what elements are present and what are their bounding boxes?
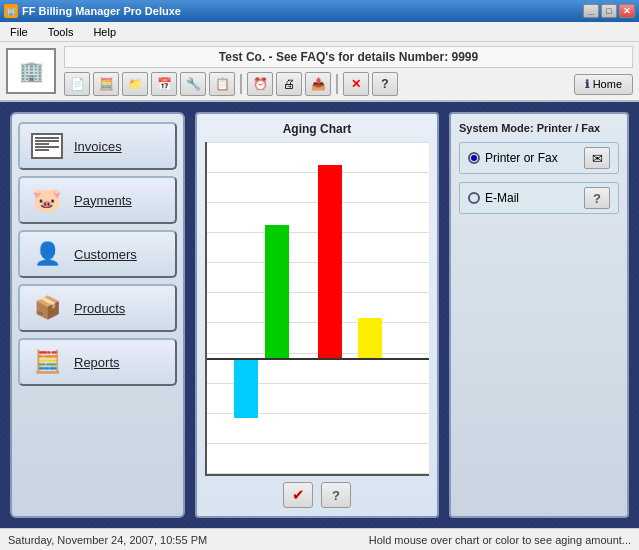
zero-line xyxy=(207,358,429,360)
toolbar-buttons: 📄 🧮 📁 📅 🔧 📋 ⏰ 🖨 📤 ✕ ? ℹ Home xyxy=(64,72,633,96)
email-icon-button[interactable]: ? xyxy=(584,187,610,209)
menu-help[interactable]: Help xyxy=(87,25,122,39)
calendar-button[interactable]: 📅 xyxy=(151,72,177,96)
email-label: E-Mail xyxy=(485,191,519,205)
chart-title: Aging Chart xyxy=(283,122,352,136)
printer-radio-inner: Printer or Fax xyxy=(468,151,558,165)
status-bar: Saturday, November 24, 2007, 10:55 PM Ho… xyxy=(0,528,639,550)
grid-line-11 xyxy=(207,443,429,444)
menu-tools[interactable]: Tools xyxy=(42,25,80,39)
sidebar-item-invoices[interactable]: Invoices xyxy=(18,122,177,170)
printer-icon-button[interactable]: ✉ xyxy=(584,147,610,169)
customers-label: Customers xyxy=(74,247,137,262)
help-button[interactable]: ? xyxy=(372,72,398,96)
title-bar: 🏢 FF Billing Manager Pro Deluxe _ □ ✕ xyxy=(0,0,639,22)
sidebar: Invoices 🐷 Payments 👤 Customers 📦 Produc… xyxy=(10,112,185,518)
payments-label: Payments xyxy=(74,193,132,208)
bar-4 xyxy=(358,318,382,358)
grid-line-12 xyxy=(207,473,429,474)
app-icon: 🏢 xyxy=(4,4,18,18)
maximize-button[interactable]: □ xyxy=(601,4,617,18)
payments-icon: 🐷 xyxy=(28,184,66,216)
sidebar-item-products[interactable]: 📦 Products xyxy=(18,284,177,332)
email-option-row: E-Mail ? xyxy=(459,182,619,214)
printer-radio[interactable] xyxy=(468,152,480,164)
grid-line-1 xyxy=(207,142,429,143)
invoices-label: Invoices xyxy=(74,139,122,154)
chart-confirm-button[interactable]: ✔ xyxy=(283,482,313,508)
close-button[interactable]: ✕ xyxy=(619,4,635,18)
products-icon: 📦 xyxy=(28,292,66,324)
toolbar-separator xyxy=(240,74,242,94)
sidebar-item-customers[interactable]: 👤 Customers xyxy=(18,230,177,278)
company-logo: 🏢 xyxy=(6,48,56,94)
window-controls: _ □ ✕ xyxy=(583,4,635,18)
sidebar-item-reports[interactable]: 🧮 Reports xyxy=(18,338,177,386)
window-title: FF Billing Manager Pro Deluxe xyxy=(22,5,181,17)
bar-2 xyxy=(265,225,289,358)
print-button[interactable]: 🖨 xyxy=(276,72,302,96)
open-button[interactable]: 📁 xyxy=(122,72,148,96)
email-radio-inner: E-Mail xyxy=(468,191,519,205)
tools-button[interactable]: 🔧 xyxy=(180,72,206,96)
status-datetime: Saturday, November 24, 2007, 10:55 PM xyxy=(8,534,207,546)
system-mode-panel: System Mode: Printer / Fax Printer or Fa… xyxy=(449,112,629,518)
minimize-button[interactable]: _ xyxy=(583,4,599,18)
reports-icon: 🧮 xyxy=(28,346,66,378)
chart-help-button[interactable]: ? xyxy=(321,482,351,508)
chart-area: 0 xyxy=(205,142,429,476)
export-button[interactable]: 📤 xyxy=(305,72,331,96)
toolbar: 🏢 Test Co. - See FAQ's for details Numbe… xyxy=(0,42,639,102)
toolbar-right: Test Co. - See FAQ's for details Number:… xyxy=(64,46,633,96)
calculator-button[interactable]: 🧮 xyxy=(93,72,119,96)
menu-bar: File Tools Help xyxy=(0,22,639,42)
printer-option-row: Printer or Fax ✉ xyxy=(459,142,619,174)
info-icon: ℹ xyxy=(585,78,589,91)
home-label: Home xyxy=(593,78,622,90)
chart-panel: Aging Chart xyxy=(195,112,439,518)
pdf-button[interactable]: 📋 xyxy=(209,72,235,96)
main-content: Invoices 🐷 Payments 👤 Customers 📦 Produc… xyxy=(0,102,639,528)
bar-3 xyxy=(318,165,342,358)
chart-wrapper: 0 xyxy=(205,142,429,476)
system-mode-label: System Mode: Printer / Fax xyxy=(459,122,619,134)
chart-buttons: ✔ ? xyxy=(283,482,351,508)
delete-button[interactable]: ✕ xyxy=(343,72,369,96)
new-invoice-button[interactable]: 📄 xyxy=(64,72,90,96)
products-label: Products xyxy=(74,301,125,316)
customers-icon: 👤 xyxy=(28,238,66,270)
clock-button[interactable]: ⏰ xyxy=(247,72,273,96)
email-radio[interactable] xyxy=(468,192,480,204)
toolbar-separator-2 xyxy=(336,74,338,94)
reports-label: Reports xyxy=(74,355,120,370)
printer-label: Printer or Fax xyxy=(485,151,558,165)
status-hint: Hold mouse over chart or color to see ag… xyxy=(369,534,631,546)
bar-1 xyxy=(234,358,258,418)
sidebar-item-payments[interactable]: 🐷 Payments xyxy=(18,176,177,224)
company-name: Test Co. - See FAQ's for details Number:… xyxy=(64,46,633,68)
menu-file[interactable]: File xyxy=(4,25,34,39)
home-button[interactable]: ℹ Home xyxy=(574,74,633,95)
invoices-icon xyxy=(28,130,66,162)
